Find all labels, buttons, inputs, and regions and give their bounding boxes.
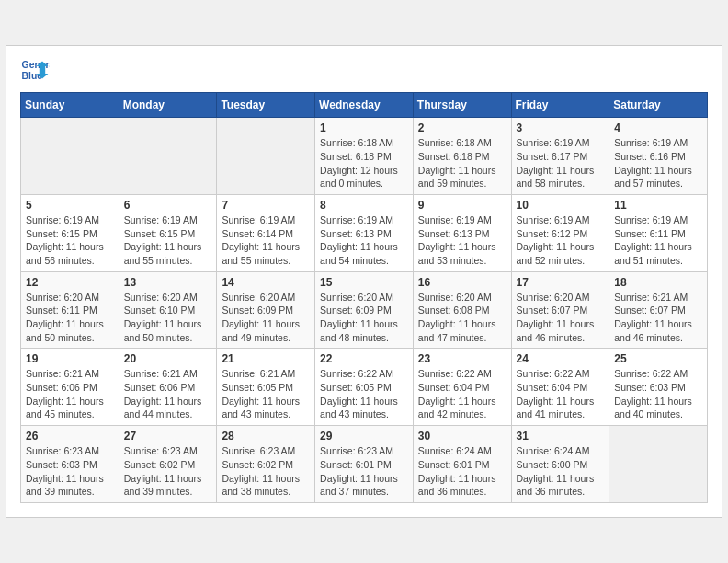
day-info: Sunrise: 6:19 AM Sunset: 6:12 PM Dayligh… bbox=[517, 213, 605, 268]
calendar-cell: 29Sunrise: 6:23 AM Sunset: 6:01 PM Dayli… bbox=[315, 426, 414, 503]
day-info: Sunrise: 6:23 AM Sunset: 6:01 PM Dayligh… bbox=[320, 444, 408, 499]
calendar-cell: 27Sunrise: 6:23 AM Sunset: 6:02 PM Dayli… bbox=[119, 426, 217, 503]
day-number: 11 bbox=[614, 199, 702, 212]
day-info: Sunrise: 6:23 AM Sunset: 6:03 PM Dayligh… bbox=[26, 444, 114, 499]
day-info: Sunrise: 6:21 AM Sunset: 6:07 PM Dayligh… bbox=[614, 291, 702, 345]
calendar-cell: 11Sunrise: 6:19 AM Sunset: 6:11 PM Dayli… bbox=[609, 194, 708, 271]
header: General Blue bbox=[20, 55, 708, 85]
weekday-header: Saturday bbox=[609, 93, 708, 118]
weekday-header-row: SundayMondayTuesdayWednesdayThursdayFrid… bbox=[21, 93, 708, 118]
logo: General Blue bbox=[20, 55, 50, 85]
calendar-cell: 23Sunrise: 6:22 AM Sunset: 6:04 PM Dayli… bbox=[413, 349, 511, 426]
calendar-cell: 4Sunrise: 6:19 AM Sunset: 6:16 PM Daylig… bbox=[609, 118, 708, 195]
day-number: 31 bbox=[517, 430, 605, 442]
calendar-cell: 26Sunrise: 6:23 AM Sunset: 6:03 PM Dayli… bbox=[21, 426, 119, 503]
day-info: Sunrise: 6:19 AM Sunset: 6:15 PM Dayligh… bbox=[26, 213, 114, 268]
weekday-header: Tuesday bbox=[217, 93, 315, 118]
calendar-cell: 17Sunrise: 6:20 AM Sunset: 6:07 PM Dayli… bbox=[511, 271, 609, 349]
calendar-week-row: 1Sunrise: 6:18 AM Sunset: 6:18 PM Daylig… bbox=[21, 118, 708, 195]
day-number: 4 bbox=[614, 121, 702, 134]
day-info: Sunrise: 6:19 AM Sunset: 6:11 PM Dayligh… bbox=[614, 213, 702, 268]
calendar-week-row: 19Sunrise: 6:21 AM Sunset: 6:06 PM Dayli… bbox=[21, 349, 708, 426]
calendar-cell: 20Sunrise: 6:21 AM Sunset: 6:06 PM Dayli… bbox=[119, 349, 217, 426]
day-number: 22 bbox=[320, 352, 408, 365]
calendar-cell: 25Sunrise: 6:22 AM Sunset: 6:03 PM Dayli… bbox=[609, 349, 708, 426]
day-info: Sunrise: 6:22 AM Sunset: 6:04 PM Dayligh… bbox=[517, 367, 605, 421]
day-info: Sunrise: 6:24 AM Sunset: 6:01 PM Dayligh… bbox=[418, 444, 506, 499]
day-info: Sunrise: 6:18 AM Sunset: 6:18 PM Dayligh… bbox=[418, 136, 506, 190]
day-info: Sunrise: 6:21 AM Sunset: 6:05 PM Dayligh… bbox=[222, 367, 310, 421]
day-number: 15 bbox=[320, 276, 408, 289]
weekday-header: Sunday bbox=[21, 93, 119, 118]
day-number: 14 bbox=[222, 276, 310, 289]
calendar-cell: 19Sunrise: 6:21 AM Sunset: 6:06 PM Dayli… bbox=[21, 349, 119, 426]
day-info: Sunrise: 6:20 AM Sunset: 6:07 PM Dayligh… bbox=[517, 291, 605, 345]
day-number: 25 bbox=[614, 352, 702, 365]
day-number: 13 bbox=[124, 276, 212, 289]
day-number: 30 bbox=[418, 430, 506, 442]
calendar-week-row: 26Sunrise: 6:23 AM Sunset: 6:03 PM Dayli… bbox=[21, 426, 708, 503]
day-number: 6 bbox=[124, 199, 212, 212]
day-number: 18 bbox=[614, 276, 702, 289]
calendar-cell bbox=[217, 118, 315, 195]
weekday-header: Thursday bbox=[413, 93, 511, 118]
day-info: Sunrise: 6:20 AM Sunset: 6:09 PM Dayligh… bbox=[320, 291, 408, 345]
calendar-cell: 2Sunrise: 6:18 AM Sunset: 6:18 PM Daylig… bbox=[413, 118, 511, 195]
day-number: 3 bbox=[517, 121, 605, 134]
day-number: 2 bbox=[418, 121, 506, 134]
day-info: Sunrise: 6:21 AM Sunset: 6:06 PM Dayligh… bbox=[26, 367, 114, 421]
day-number: 1 bbox=[320, 121, 408, 134]
calendar-cell: 30Sunrise: 6:24 AM Sunset: 6:01 PM Dayli… bbox=[413, 426, 511, 503]
day-info: Sunrise: 6:20 AM Sunset: 6:10 PM Dayligh… bbox=[124, 291, 212, 345]
day-info: Sunrise: 6:20 AM Sunset: 6:08 PM Dayligh… bbox=[418, 291, 506, 345]
calendar-cell: 31Sunrise: 6:24 AM Sunset: 6:00 PM Dayli… bbox=[511, 426, 609, 503]
calendar-table: SundayMondayTuesdayWednesdayThursdayFrid… bbox=[20, 92, 708, 503]
weekday-header: Friday bbox=[511, 93, 609, 118]
weekday-header: Wednesday bbox=[315, 93, 414, 118]
day-number: 20 bbox=[124, 352, 212, 365]
day-info: Sunrise: 6:19 AM Sunset: 6:14 PM Dayligh… bbox=[222, 213, 310, 268]
calendar-cell: 16Sunrise: 6:20 AM Sunset: 6:08 PM Dayli… bbox=[413, 271, 511, 349]
day-info: Sunrise: 6:23 AM Sunset: 6:02 PM Dayligh… bbox=[124, 444, 212, 499]
calendar-week-row: 5Sunrise: 6:19 AM Sunset: 6:15 PM Daylig… bbox=[21, 194, 708, 271]
calendar-cell bbox=[119, 118, 217, 195]
calendar-cell: 22Sunrise: 6:22 AM Sunset: 6:05 PM Dayli… bbox=[315, 349, 414, 426]
day-info: Sunrise: 6:22 AM Sunset: 6:04 PM Dayligh… bbox=[418, 367, 506, 421]
day-info: Sunrise: 6:22 AM Sunset: 6:05 PM Dayligh… bbox=[320, 367, 408, 421]
calendar-cell: 13Sunrise: 6:20 AM Sunset: 6:10 PM Dayli… bbox=[119, 271, 217, 349]
day-number: 21 bbox=[222, 352, 310, 365]
calendar-cell: 21Sunrise: 6:21 AM Sunset: 6:05 PM Dayli… bbox=[217, 349, 315, 426]
calendar-cell: 28Sunrise: 6:23 AM Sunset: 6:02 PM Dayli… bbox=[217, 426, 315, 503]
day-info: Sunrise: 6:19 AM Sunset: 6:13 PM Dayligh… bbox=[418, 213, 506, 268]
weekday-header: Monday bbox=[119, 93, 217, 118]
logo-icon: General Blue bbox=[20, 55, 50, 85]
calendar-cell: 12Sunrise: 6:20 AM Sunset: 6:11 PM Dayli… bbox=[21, 271, 119, 349]
day-number: 12 bbox=[26, 276, 114, 289]
calendar-cell bbox=[21, 118, 119, 195]
day-number: 10 bbox=[517, 199, 605, 212]
calendar-cell: 6Sunrise: 6:19 AM Sunset: 6:15 PM Daylig… bbox=[119, 194, 217, 271]
day-number: 7 bbox=[222, 199, 310, 212]
day-number: 27 bbox=[124, 430, 212, 442]
calendar-cell: 3Sunrise: 6:19 AM Sunset: 6:17 PM Daylig… bbox=[511, 118, 609, 195]
day-info: Sunrise: 6:21 AM Sunset: 6:06 PM Dayligh… bbox=[124, 367, 212, 421]
day-info: Sunrise: 6:22 AM Sunset: 6:03 PM Dayligh… bbox=[614, 367, 702, 421]
calendar-cell: 24Sunrise: 6:22 AM Sunset: 6:04 PM Dayli… bbox=[511, 349, 609, 426]
calendar-cell: 1Sunrise: 6:18 AM Sunset: 6:18 PM Daylig… bbox=[315, 118, 414, 195]
day-number: 29 bbox=[320, 430, 408, 442]
day-info: Sunrise: 6:19 AM Sunset: 6:15 PM Dayligh… bbox=[124, 213, 212, 268]
day-info: Sunrise: 6:19 AM Sunset: 6:13 PM Dayligh… bbox=[320, 213, 408, 268]
day-number: 8 bbox=[320, 199, 408, 212]
day-info: Sunrise: 6:19 AM Sunset: 6:16 PM Dayligh… bbox=[614, 136, 702, 190]
calendar-container: General Blue SundayMondayTuesdayWednesda… bbox=[6, 45, 722, 518]
day-number: 17 bbox=[517, 276, 605, 289]
day-number: 19 bbox=[26, 352, 114, 365]
calendar-cell: 10Sunrise: 6:19 AM Sunset: 6:12 PM Dayli… bbox=[511, 194, 609, 271]
day-number: 5 bbox=[26, 199, 114, 212]
day-number: 16 bbox=[418, 276, 506, 289]
day-number: 28 bbox=[222, 430, 310, 442]
day-number: 9 bbox=[418, 199, 506, 212]
calendar-cell: 7Sunrise: 6:19 AM Sunset: 6:14 PM Daylig… bbox=[217, 194, 315, 271]
calendar-cell: 9Sunrise: 6:19 AM Sunset: 6:13 PM Daylig… bbox=[413, 194, 511, 271]
day-info: Sunrise: 6:19 AM Sunset: 6:17 PM Dayligh… bbox=[517, 136, 605, 190]
